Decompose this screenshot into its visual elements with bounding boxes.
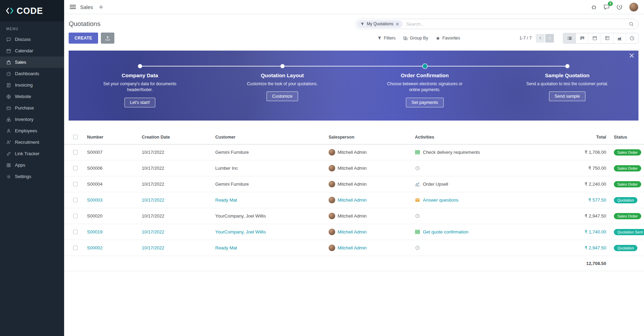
status-badge: Quotation <box>614 245 637 251</box>
sidebar-item-dashboards[interactable]: Dashboards <box>0 68 64 79</box>
column-header-customer[interactable]: Customer <box>215 135 329 140</box>
facet-remove-icon[interactable] <box>396 23 399 26</box>
salesperson-avatar <box>329 181 335 187</box>
activity-cell[interactable]: Get quote confirmation <box>415 229 547 235</box>
table-row[interactable]: S00006 10/17/2022 Lumber Inc Mitchell Ad… <box>64 160 644 176</box>
search-input[interactable] <box>406 21 629 27</box>
table-row[interactable]: S00003 10/17/2022 Ready Mat Mitchell Adm… <box>64 192 644 208</box>
activity-label: Answer questions <box>423 197 459 203</box>
clock-activity-icon <box>415 245 420 250</box>
status-cell: Quotation <box>609 197 644 203</box>
kanban-view-button[interactable] <box>576 33 588 43</box>
sidebar-item-purchase[interactable]: Purchase <box>0 102 64 114</box>
messages-icon[interactable]: 5 <box>603 4 610 10</box>
activity-view-button[interactable] <box>626 33 638 43</box>
table-row[interactable]: S00004 10/17/2022 Gemini Furniture Mitch… <box>64 176 644 192</box>
search-bar[interactable]: My Quotations <box>355 19 638 29</box>
plus-icon[interactable] <box>99 5 103 9</box>
activity-cell[interactable]: Answer questions <box>415 197 547 203</box>
table-row[interactable]: S00002 10/17/2022 Ready Mat Mitchell Adm… <box>64 240 644 256</box>
settings-gear-icon <box>6 174 11 179</box>
user-avatar[interactable] <box>629 2 638 12</box>
graph-view-icon <box>617 36 622 41</box>
row-checkbox[interactable] <box>73 246 78 250</box>
sidebar-item-employees[interactable]: Employees <box>0 125 64 136</box>
search-facet[interactable]: My Quotations <box>357 20 402 28</box>
row-checkbox[interactable] <box>73 230 78 234</box>
column-header-activities[interactable]: Activities <box>415 135 547 140</box>
kanban-view-icon <box>580 36 585 41</box>
row-checkbox[interactable] <box>73 214 78 218</box>
sidebar-item-apps[interactable]: Apps <box>0 159 64 171</box>
employees-person-icon <box>6 129 11 133</box>
group-by-button[interactable]: Group By <box>399 34 432 43</box>
send-sample-button[interactable]: Send sample <box>549 91 585 101</box>
table-row[interactable]: S00019 10/17/2022 YourCompany, Joel Will… <box>64 224 644 240</box>
row-checkbox[interactable] <box>73 166 78 170</box>
pager-prev-button[interactable] <box>536 34 545 43</box>
column-header-total[interactable]: Total <box>547 135 609 140</box>
sidebar-item-recruitment[interactable]: Recruitment <box>0 136 64 148</box>
column-header-number[interactable]: Number <box>87 135 142 140</box>
customize-button[interactable]: Customize <box>267 91 298 101</box>
bug-icon[interactable] <box>591 4 597 10</box>
activity-cell[interactable] <box>415 166 547 171</box>
favorites-label: Favorites <box>442 36 460 41</box>
select-all-checkbox[interactable] <box>73 135 78 139</box>
column-header-creation-date[interactable]: Creation Date <box>142 135 215 140</box>
pager-next-button[interactable] <box>545 34 554 43</box>
sidebar-item-sales[interactable]: Sales <box>0 56 64 68</box>
salesperson-name: Mitchell Admin <box>338 150 367 155</box>
sidebar-item-calendar[interactable]: Calendar <box>0 45 64 56</box>
list-view-icon <box>567 36 572 41</box>
activity-cell[interactable] <box>415 245 547 250</box>
sidebar-item-settings[interactable]: Settings <box>0 171 64 182</box>
total-amount: ₹ 2,947.50 <box>547 213 609 219</box>
table-row[interactable]: S00020 10/17/2022 YourCompany, Joel Will… <box>64 208 644 224</box>
sidebar-item-discuss[interactable]: Discuss <box>0 34 64 45</box>
sidebar-item-label: Purchase <box>15 105 34 110</box>
create-button[interactable]: CREATE <box>69 33 98 44</box>
hamburger-menu-icon[interactable] <box>70 5 76 9</box>
search-icon[interactable] <box>629 21 634 27</box>
sidebar-item-label: Invoicing <box>15 82 33 88</box>
column-header-salesperson[interactable]: Salesperson <box>329 135 415 140</box>
activity-cell[interactable]: Order Upsell <box>415 182 547 187</box>
status-badge: Quotation <box>614 197 637 203</box>
step-title: Order Confirmation <box>354 72 496 78</box>
quotation-number: S00020 <box>87 213 142 219</box>
link-tracker-chain-icon <box>6 151 11 156</box>
invoicing-icon <box>6 83 11 88</box>
activity-label: Get quote confirmation <box>423 229 469 235</box>
row-checkbox[interactable] <box>73 150 78 154</box>
sidebar-item-invoicing[interactable]: Invoicing <box>0 79 64 91</box>
dashboards-icon <box>6 71 11 76</box>
salesperson-cell: Mitchell Admin <box>329 165 415 171</box>
column-header-status[interactable]: Status <box>609 135 644 140</box>
export-button[interactable] <box>101 33 114 44</box>
row-checkbox[interactable] <box>73 182 78 186</box>
activities-clock-icon[interactable] <box>616 4 623 10</box>
lets-start-button[interactable]: Let's start! <box>124 98 155 107</box>
sidebar-item-website[interactable]: Website <box>0 91 64 102</box>
sidebar-item-label: Dashboards <box>15 71 39 76</box>
activity-cell[interactable] <box>415 213 547 219</box>
pivot-view-button[interactable] <box>601 33 613 43</box>
topbar: Sales 5 <box>64 0 644 14</box>
table-row[interactable]: S00007 10/17/2022 Gemini Furniture Mitch… <box>64 144 644 160</box>
set-payments-button[interactable]: Set payments <box>406 98 443 107</box>
sidebar-item-link-tracker[interactable]: Link Tracker <box>0 148 64 159</box>
brand-logo[interactable]: CODE <box>0 0 64 21</box>
list-view-button[interactable] <box>563 33 576 43</box>
sidebar-item-inventory[interactable]: Inventory <box>0 114 64 125</box>
status-cell: Sales Order <box>609 181 644 187</box>
calendar-view-button[interactable] <box>588 33 601 43</box>
activity-cell[interactable]: Check delivery requirements <box>415 150 547 155</box>
row-checkbox[interactable] <box>73 198 78 202</box>
favorites-button[interactable]: Favorites <box>432 34 464 43</box>
quotation-number: S00019 <box>87 229 142 235</box>
filters-button[interactable]: Filters <box>374 34 399 43</box>
graph-view-button[interactable] <box>613 33 626 43</box>
step-description: Customize the look of your quotations. <box>239 81 326 87</box>
topbar-right-icons: 5 <box>591 2 638 12</box>
